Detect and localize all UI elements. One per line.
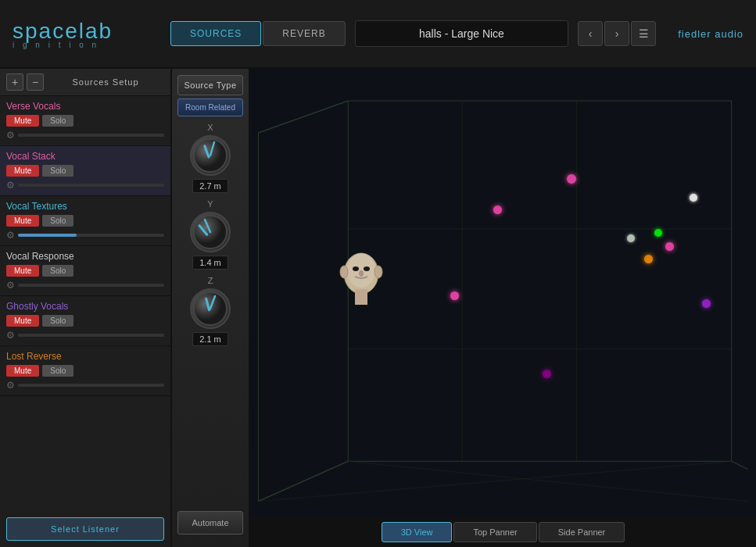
source-dot-8[interactable] [450, 291, 459, 300]
gear-icon-stack[interactable]: ⚙ [6, 180, 15, 191]
view-tabs: 3D View Top Panner Side Panner [250, 517, 756, 547]
volume-bar-stack[interactable] [18, 184, 164, 187]
reverb-nav-button[interactable]: REVERB [263, 21, 345, 46]
gear-icon-ghostly[interactable]: ⚙ [6, 330, 15, 341]
mute-ghostly-button[interactable]: Mute [6, 315, 39, 327]
add-source-button[interactable]: + [6, 73, 23, 91]
select-listener-button[interactable]: Select Listener [6, 517, 164, 541]
source-name-vocal-response: Vocal Response [6, 251, 164, 262]
y-knob-section: Y 1.4 m [190, 199, 231, 270]
y-value: 1.4 m [192, 256, 228, 270]
menu-button[interactable]: ☰ [631, 21, 656, 46]
source-controls-textures: ⚙ [6, 230, 164, 241]
svg-line-15 [258, 101, 348, 133]
next-preset-button[interactable]: › [604, 21, 629, 46]
source-dot-1[interactable] [567, 174, 576, 184]
source-controls-response: ⚙ [6, 280, 164, 291]
gear-icon-response[interactable]: ⚙ [6, 280, 15, 291]
nav-arrows: ‹ › ☰ [578, 21, 656, 46]
source-dot-9[interactable] [702, 299, 711, 308]
solo-lost-button[interactable]: Solo [42, 365, 73, 377]
sources-header: + − Sources Setup [0, 69, 170, 96]
y-knob[interactable] [190, 212, 231, 252]
sources-setup-label: Sources Setup [47, 77, 164, 87]
source-dot-7[interactable] [644, 255, 653, 263]
source-dot-2[interactable] [690, 194, 697, 202]
source-name-verse-vocals: Verse Vocals [6, 101, 164, 112]
brand-label: fiedler audio [678, 28, 743, 40]
view-tab-top[interactable]: Top Panner [453, 522, 536, 542]
solo-textures-button[interactable]: Solo [42, 215, 73, 227]
x-value: 2.7 m [192, 179, 228, 193]
room-related-button[interactable]: Room Related [177, 98, 243, 116]
source-item-lost-reverse[interactable]: Lost Reverse Mute Solo ⚙ [0, 346, 170, 396]
svg-point-24 [353, 266, 359, 271]
source-type-button[interactable]: Source Type [177, 75, 243, 95]
gear-icon-textures[interactable]: ⚙ [6, 230, 15, 241]
source-item-ghostly-vocals[interactable]: Ghostly Vocals Mute Solo ⚙ [0, 296, 170, 346]
gear-icon-verse[interactable]: ⚙ [6, 130, 15, 141]
view-panel: 3D View Top Panner Side Panner [250, 69, 756, 547]
svg-line-17 [348, 461, 747, 501]
view-3d[interactable] [250, 69, 756, 517]
sources-panel: + − Sources Setup Verse Vocals Mute Solo… [0, 69, 172, 547]
source-buttons-response: Mute Solo [6, 265, 164, 277]
volume-bar-verse[interactable] [18, 134, 164, 137]
preset-name[interactable]: halls - Large Nice [355, 20, 568, 47]
source-dot-4[interactable] [654, 229, 662, 237]
z-label: Z [208, 276, 213, 285]
z-knob[interactable] [190, 288, 231, 329]
automate-button[interactable]: Automate [177, 511, 243, 534]
source-name-vocal-stack: Vocal Stack [6, 151, 164, 162]
source-buttons-lost: Mute Solo [6, 365, 164, 377]
source-dot-6[interactable] [665, 242, 674, 251]
top-bar: spacelab i g n i t i o n SOURCES REVERB … [0, 0, 756, 69]
source-buttons-stack: Mute Solo [6, 165, 164, 177]
source-buttons-verse: Mute Solo [6, 115, 164, 127]
logo-area: spacelab i g n i t i o n [13, 19, 161, 49]
solo-stack-button[interactable]: Solo [42, 165, 73, 177]
source-dot-10[interactable] [543, 370, 551, 378]
solo-response-button[interactable]: Solo [42, 265, 73, 277]
mute-response-button[interactable]: Mute [6, 265, 39, 277]
source-dot-3[interactable] [493, 206, 502, 214]
mute-stack-button[interactable]: Mute [6, 165, 39, 177]
solo-ghostly-button[interactable]: Solo [42, 315, 73, 327]
volume-bar-textures[interactable] [18, 234, 164, 237]
prev-preset-button[interactable]: ‹ [578, 21, 603, 46]
volume-bar-lost[interactable] [18, 384, 164, 387]
svg-line-11 [732, 461, 748, 469]
remove-source-button[interactable]: − [27, 73, 44, 91]
listener-head [336, 248, 387, 307]
mute-textures-button[interactable]: Mute [6, 215, 39, 227]
mute-verse-button[interactable]: Mute [6, 115, 39, 127]
gear-icon-lost[interactable]: ⚙ [6, 380, 15, 391]
source-item-vocal-textures[interactable]: Vocal Textures Mute Solo ⚙ [0, 196, 170, 246]
view-tab-side[interactable]: Side Panner [539, 522, 625, 542]
svg-point-27 [340, 266, 348, 278]
source-buttons-textures: Mute Solo [6, 215, 164, 227]
source-controls-verse: ⚙ [6, 130, 164, 141]
source-item-verse-vocals[interactable]: Verse Vocals Mute Solo ⚙ [0, 96, 170, 146]
source-name-ghostly-vocals: Ghostly Vocals [6, 301, 164, 312]
mute-lost-button[interactable]: Mute [6, 365, 39, 377]
svg-line-16 [258, 461, 731, 501]
x-label: X [207, 123, 213, 132]
y-label: Y [207, 199, 213, 209]
source-name-lost-reverse: Lost Reverse [6, 351, 164, 362]
view-tab-3d[interactable]: 3D View [382, 522, 453, 542]
source-dot-5[interactable] [627, 234, 635, 242]
volume-bar-ghostly[interactable] [18, 334, 164, 337]
controls-panel: Source Type Room Related X 2.7 m [172, 69, 250, 547]
volume-bar-response[interactable] [18, 284, 164, 287]
source-item-vocal-stack[interactable]: Vocal Stack Mute Solo ⚙ [0, 146, 170, 196]
solo-verse-button[interactable]: Solo [42, 115, 73, 127]
main-content: + − Sources Setup Verse Vocals Mute Solo… [0, 69, 756, 547]
sources-nav-button[interactable]: SOURCES [170, 21, 261, 46]
x-knob[interactable] [190, 135, 231, 176]
z-value: 2.1 m [192, 332, 228, 346]
source-buttons-ghostly: Mute Solo [6, 315, 164, 327]
source-controls-stack: ⚙ [6, 180, 164, 191]
source-item-vocal-response[interactable]: Vocal Response Mute Solo ⚙ [0, 246, 170, 296]
source-controls-ghostly: ⚙ [6, 330, 164, 341]
